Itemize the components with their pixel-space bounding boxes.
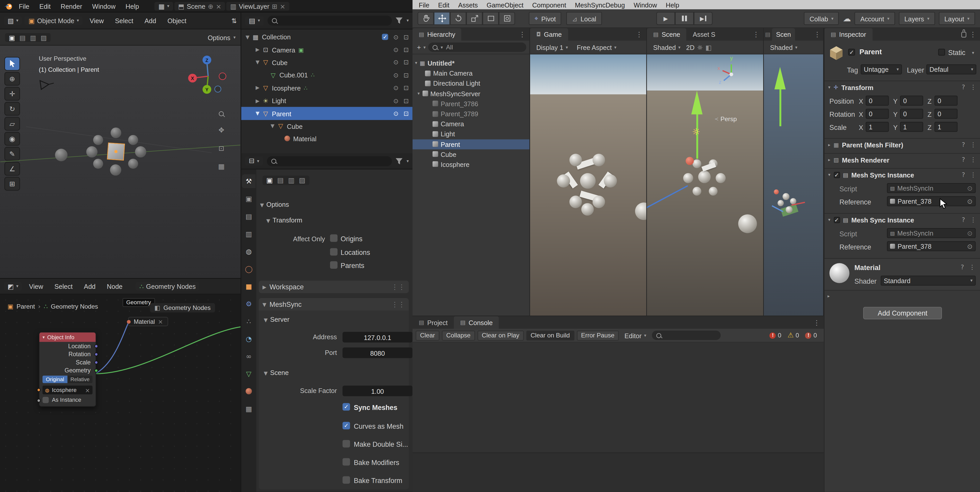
tab-game[interactable]: ◘Game [530,28,568,41]
sphere-object[interactable] [86,146,97,158]
rotate-tool[interactable] [450,12,466,25]
position-x-field[interactable]: 0 [866,96,889,106]
select-mode-segments[interactable]: ▣ ▤ ▥ ▨ [262,176,309,185]
rotation-x-field[interactable]: 0 [866,109,889,119]
tab-project[interactable]: ▤Project [412,316,454,329]
new-scene-icon[interactable]: ⊕ [208,2,213,10]
origins-checkbox[interactable] [330,234,337,242]
outliner-row-cube-child[interactable]: ▼▽ Cube [241,120,412,133]
select-extend-icon[interactable]: ▤ [19,33,25,41]
menu-meshsyncdebug[interactable]: MeshSyncDebug [575,1,625,8]
help-icon[interactable]: ? [962,156,965,163]
tab-particles[interactable]: ∴ [242,314,255,328]
outliner-editor-button[interactable]: ▤▾ [245,16,264,25]
cloud-icon[interactable]: ☁ [843,14,851,23]
address-field[interactable]: 127.0.0.1 [343,332,412,342]
gizmo-y-cone[interactable] [691,91,703,114]
layers-dropdown[interactable]: Layers▾ [899,12,935,25]
mesh-renderer-header[interactable]: ▸▧Mesh Renderer ?⋮ [824,153,980,166]
log-count-badge[interactable]: !0 [805,331,817,339]
hierarchy-row-directional-light[interactable]: Directional Light [412,78,529,89]
breadcrumb-tree[interactable]: Geometry Nodes [51,303,98,310]
shading-dropdown[interactable]: Shaded▾ [650,43,684,51]
account-dropdown[interactable]: Account▾ [855,12,895,25]
tab-scene[interactable]: ◍ [242,244,255,258]
hierarchy-row-scene[interactable]: ▾▦Untitled* [412,58,529,68]
render-visibility-icon[interactable]: ⊡ [404,97,409,104]
grid-ortho-icon[interactable]: ▦ [218,162,224,171]
help-icon[interactable]: ? [962,216,965,223]
local-toggle[interactable]: ⊿Local [566,12,602,25]
create-button[interactable]: ＋▾ [416,43,426,51]
menu-window[interactable]: Window [633,1,657,8]
hierarchy-row-parent-3786[interactable]: Parent_3786 [412,99,529,108]
hierarchy-row-parent-3789[interactable]: Parent_3789 [412,109,529,119]
clear-on-play-button[interactable]: Clear on Play [477,330,524,340]
viewport-3d[interactable]: User Perspective (1) Collection | Parent… [0,46,241,278]
lock-icon[interactable] [961,32,966,37]
select-intersect-icon[interactable]: ▨ [299,176,305,185]
filter-funnel-icon[interactable] [396,158,403,164]
scale-y-field[interactable]: 1 [900,122,923,132]
mesh-sync-instance-1-header[interactable]: ▾✓▤Mesh Sync Instance ?⋮ [824,168,980,181]
boolean-socket[interactable] [37,399,41,403]
reference-field[interactable]: Parent_378⊙ [887,241,976,251]
as-instance-checkbox[interactable] [43,397,49,403]
foldout-icon[interactable]: ▸ [828,142,830,147]
rect-tool[interactable] [482,12,499,25]
error-count-badge[interactable]: !0 [770,331,781,339]
lighting-toggle-icon[interactable]: ☼ [697,43,703,51]
menu-file[interactable]: File [14,1,34,11]
outliner-row-icosphere[interactable]: ▶▽ Icosphere ∴ ⊙⊡ [241,81,412,94]
node-tree-selector[interactable]: ∴Geometry Nodes [135,282,199,291]
camera-view-icon[interactable]: ⊡ [219,144,224,153]
tab-world[interactable]: ◯ [242,262,255,275]
script-field[interactable]: ▤MeshSyncIn⊙ [887,183,976,193]
transform-tool[interactable]: ◉ [4,132,20,146]
hierarchy-row-parent[interactable]: Parent [412,139,529,149]
console-search[interactable] [652,331,721,340]
render-visibility-icon[interactable]: ⊡ [404,59,409,66]
chevron-down-icon[interactable]: ▾ [407,158,409,163]
tab-render[interactable]: ▣ [242,192,255,205]
workspace-switcher[interactable]: ▦▾ [154,2,173,10]
bake-transform-checkbox[interactable] [343,476,350,484]
menu-edit[interactable]: Edit [35,1,55,11]
add-viewlayer-icon[interactable]: ⊞ [272,2,277,10]
sphere-object[interactable] [93,159,103,169]
navigation-gizmo[interactable]: Z X Y [188,54,229,96]
rotate-tool[interactable]: ↻ [4,102,20,115]
close-icon[interactable]: × [85,387,90,393]
sphere-object[interactable] [93,135,103,145]
shading-dropdown[interactable]: Shaded▾ [767,43,801,51]
menu-gameobject[interactable]: GameObject [487,1,523,8]
section-transform[interactable]: ▼Transform [266,216,302,224]
reference-field[interactable]: Parent_378⊙ [887,196,976,206]
original-button[interactable]: Original [43,376,67,383]
tab-view-layer[interactable]: ▥ [242,227,255,240]
collection-checkbox[interactable]: ✓ [382,33,388,40]
play-button[interactable]: ▶ [656,12,675,25]
component-menu-icon[interactable]: ⋮ [970,156,976,163]
collab-dropdown[interactable]: Collab▾ [804,12,839,25]
drag-dots-icon[interactable]: ⋮⋮ [391,283,405,291]
editor-type-button[interactable]: ▧▾ [4,16,22,25]
disclosure-icon[interactable]: ▾ [415,61,417,65]
menu-view[interactable]: View [85,16,108,26]
tab-asset-store[interactable]: Asset S [687,28,722,41]
menu-select[interactable]: Select [50,281,77,291]
parents-checkbox[interactable] [330,261,337,269]
menu-select[interactable]: Select [111,16,138,26]
scene-selector[interactable]: ⬒Scene⊕× [174,2,225,10]
panel-menu-icon[interactable]: ⋮ [636,30,643,38]
select-mode-segments[interactable]: ▣ ▤ ▥ ▨ [5,33,51,41]
pause-button[interactable] [675,12,694,25]
filter-funnel-icon[interactable] [396,18,403,24]
close-icon[interactable]: × [158,318,163,325]
static-dropdown-icon[interactable]: ▾ [972,51,974,56]
tab-tool[interactable]: ⚒ [242,174,255,188]
component-enabled-checkbox[interactable]: ✓ [834,217,840,223]
object-picker-icon[interactable]: ⊙ [967,185,972,192]
close-icon[interactable]: × [216,2,221,10]
mode-dropdown[interactable]: ▣Object Mode▾ [25,16,83,25]
